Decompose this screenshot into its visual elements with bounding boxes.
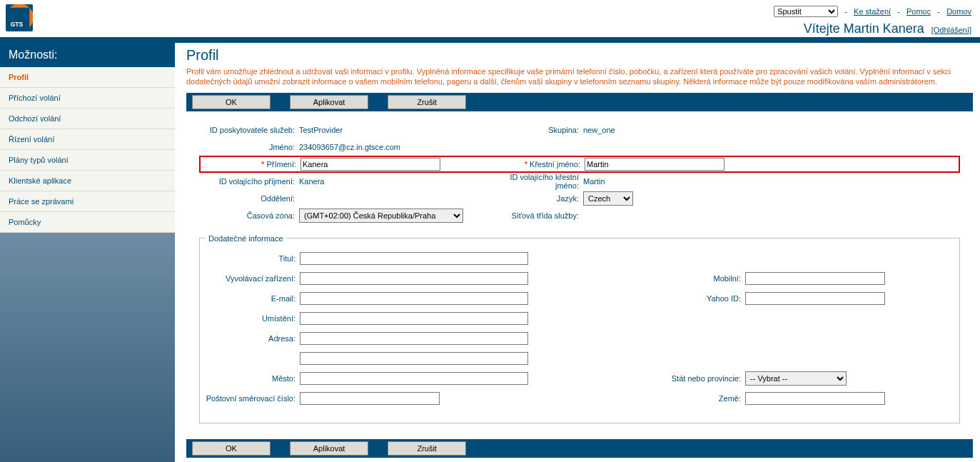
topbar: GTS Spustit - Ke stažení - Pomoc - Domov… xyxy=(0,0,980,43)
sidebar-item-utilities[interactable]: Pomůcky xyxy=(0,212,175,233)
name-highlight-row: * Přímení: * Křestní jméno: xyxy=(199,156,960,173)
lastname-label: * Přímení: xyxy=(201,160,300,169)
intro-text: Profil vám umožňuje zhlédnout a udržovat… xyxy=(186,66,973,87)
logout-link[interactable]: [Odhlášení] xyxy=(931,26,971,34)
zip-input[interactable] xyxy=(300,392,440,405)
additional-info-legend: Dodatečné informace xyxy=(206,234,286,243)
pager-input[interactable] xyxy=(300,272,528,285)
lastname-input[interactable] xyxy=(300,158,440,171)
yahoo-input[interactable] xyxy=(745,292,885,305)
button-bar-bottom: OK Aplikovat Zrušit xyxy=(186,439,973,458)
timezone-select[interactable]: (GMT+02:00) Česká Republika/Praha xyxy=(299,209,463,223)
provider-value: TestProvider xyxy=(299,126,343,134)
group-value: new_one xyxy=(583,126,615,134)
firstname-label: * Křestní jméno: xyxy=(507,160,585,169)
content: Profil Profil vám umožňuje zhlédnout a u… xyxy=(175,43,980,462)
button-bar-top: OK Aplikovat Zrušit xyxy=(186,93,973,111)
state-select[interactable]: -- Vybrat -- xyxy=(745,371,847,386)
state-label: Stát nebo provincie: xyxy=(545,374,745,383)
sidebar-item-outgoing[interactable]: Odchozí volání xyxy=(0,109,175,129)
address-input-1[interactable] xyxy=(300,332,528,345)
cancel-button[interactable]: Zrušit xyxy=(388,95,466,109)
sidebar-item-profil[interactable]: Profil xyxy=(0,67,175,88)
launch-select[interactable]: Spustit xyxy=(774,6,838,17)
welcome-text: Vítejte Martin Kanera [Odhlášení] xyxy=(774,21,971,36)
sidebar: Možnosti: Profil Příchozí volání Odchozí… xyxy=(0,43,175,462)
pager-label: Vyvolávací zařízení: xyxy=(206,274,300,283)
country-label: Země: xyxy=(457,394,745,403)
location-input[interactable] xyxy=(300,312,528,325)
sidebar-item-messaging[interactable]: Práce se zprávami xyxy=(0,191,175,212)
sidebar-item-clientapps[interactable]: Klientské aplikace xyxy=(0,171,175,191)
top-links: Spustit - Ke stažení - Pomoc - Domov xyxy=(774,6,971,17)
sidebar-item-callingplans[interactable]: Plány typů volání xyxy=(0,150,175,171)
email-label: E-mail: xyxy=(206,294,300,303)
sidebar-item-incoming[interactable]: Příchozí volání xyxy=(0,88,175,109)
provider-label: ID poskytovatele služeb: xyxy=(199,126,299,134)
ok-button-bottom[interactable]: OK xyxy=(192,441,271,456)
apply-button[interactable]: Aplikovat xyxy=(290,95,368,109)
email-input[interactable] xyxy=(300,292,528,305)
language-select[interactable]: Czech xyxy=(583,191,633,206)
username-value: 234093657@cz.in.gtsce.com xyxy=(299,143,400,151)
sidebar-item-callcontrol[interactable]: Řízení volání xyxy=(0,129,175,150)
yahoo-label: Yahoo ID: xyxy=(545,294,745,303)
sidebar-header: Možnosti: xyxy=(0,43,175,67)
gts-logo: GTS xyxy=(6,4,33,31)
clid-last-label: ID volajícího příjmení: xyxy=(199,177,299,186)
username-label: Jméno: xyxy=(199,143,299,151)
page-title: Profil xyxy=(186,47,973,64)
mobile-label: Mobilní: xyxy=(545,274,745,283)
lang-label: Jazyk: xyxy=(506,194,583,203)
cancel-button-bottom[interactable]: Zrušit xyxy=(388,441,466,456)
clid-last-value: Kanera xyxy=(299,177,324,186)
zip-label: Poštovní směrovací číslo: xyxy=(206,394,300,403)
clid-first-label: ID volajícího křestní jméno: xyxy=(506,173,583,190)
ok-button[interactable]: OK xyxy=(192,95,271,109)
address-label: Adresa: xyxy=(206,334,300,343)
tz-label: Časová zóna: xyxy=(199,211,299,220)
firstname-input[interactable] xyxy=(585,158,724,171)
country-input[interactable] xyxy=(745,392,885,405)
netclass-label: Síťová třída služby: xyxy=(506,211,583,220)
city-input[interactable] xyxy=(300,372,528,385)
address-input-2[interactable] xyxy=(300,352,528,365)
svg-text:GTS: GTS xyxy=(11,21,24,28)
title-input[interactable] xyxy=(300,252,528,265)
apply-button-bottom[interactable]: Aplikovat xyxy=(290,441,368,456)
additional-info-fieldset: Dodatečné informace Titul: Vyvolávací za… xyxy=(199,234,960,423)
dept-label: Oddělení: xyxy=(199,194,299,203)
download-link[interactable]: Ke stažení xyxy=(854,7,891,16)
home-link[interactable]: Domov xyxy=(946,7,971,16)
title-label: Titul: xyxy=(206,254,300,263)
clid-first-value: Martin xyxy=(583,177,605,186)
group-label: Skupina: xyxy=(506,126,583,134)
city-label: Město: xyxy=(206,374,300,383)
help-link[interactable]: Pomoc xyxy=(906,7,931,16)
mobile-input[interactable] xyxy=(745,272,885,285)
location-label: Umístění: xyxy=(206,314,300,323)
